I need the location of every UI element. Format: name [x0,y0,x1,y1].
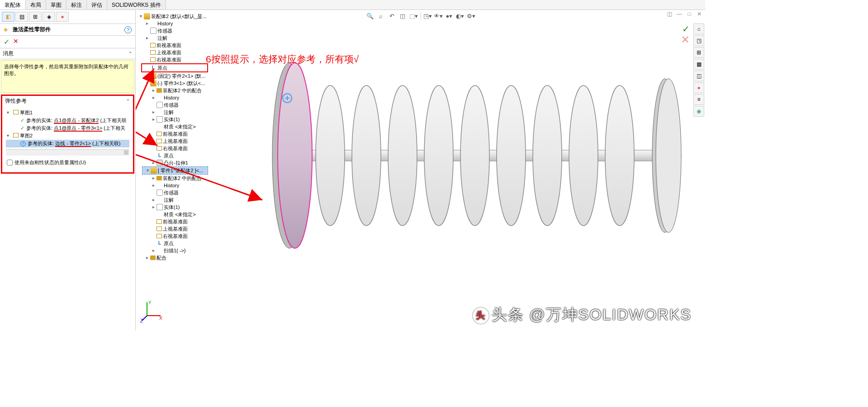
panel-tab-strip: ◧ ▤ ⊞ ◈ ● [0,10,135,24]
flex-icon: ◈ [4,26,11,33]
main-area: ◧ ▤ ⊞ ◈ ● ◈ 激活柔性零部件 ? ✓ ✕ 消息 ⌃ 选择每个弹性参考，… [0,10,705,331]
svg-text:X: X [159,316,162,321]
panel-tab-dim[interactable]: ◈ [43,12,55,22]
tab-addins[interactable]: SOLIDWORKS 插件 [107,0,166,9]
window-minimize-icon[interactable]: — [675,11,683,18]
appearance-icon[interactable]: ●▾ [444,11,454,21]
taskpane-palette-icon[interactable]: ◫ [693,71,704,81]
tab-layout[interactable]: 布局 [26,0,46,9]
msg-header-label: 消息 [3,50,14,57]
svg-point-3 [278,63,312,248]
panel-tab-config[interactable]: ⊞ [29,12,42,22]
cancel-button[interactable]: ✕ [13,38,19,46]
orientation-triad[interactable]: Y X Z [140,300,163,322]
section-icon[interactable]: ◫ [398,11,408,21]
taskpane-home-icon[interactable]: ⌂ [693,24,704,34]
panel-tab-feature[interactable]: ◧ [2,12,14,22]
taskpane-appearance-icon[interactable]: ● [693,82,704,93]
watermark-logo-icon [473,308,489,324]
svg-point-10 [460,85,489,226]
hide-show-icon[interactable]: 👁▾ [433,11,443,21]
horizontal-scrollbar[interactable] [6,149,129,156]
ref-header-label: 弹性参考 [5,97,27,105]
ref-section-header[interactable]: 弹性参考 ⌃ [2,96,133,106]
ok-cancel-row: ✓ ✕ [0,36,135,48]
ref-sketch2[interactable]: ▾草图2 [6,132,129,140]
view-settings-icon[interactable]: ⚙▾ [466,11,476,21]
target-icon: ◈ [47,14,51,20]
taskpane-property-icon[interactable]: ≡ [693,94,704,105]
watermark: 头条 @万坤SOLIDWORKS [473,304,692,325]
taskpane-resources-icon[interactable]: ◳ [693,35,704,46]
tab-assembly[interactable]: 装配体 [0,0,26,9]
sketch-icon [13,110,19,114]
display-style-icon[interactable]: ◳▾ [422,11,432,21]
window-controls: ◫ — □ ✕ [665,11,703,18]
list-icon: ▤ [19,14,24,20]
window-close-icon[interactable]: ✕ [695,11,703,18]
collapse-icon[interactable]: ⌃ [126,98,130,104]
msg-section-header[interactable]: 消息 ⌃ [0,48,135,59]
svg-text:Y: Y [148,300,152,305]
svg-point-7 [352,85,381,226]
tutorial-annotation: 6按照提示，选择对应参考，所有项√ [206,53,359,66]
svg-point-8 [388,85,417,226]
taskpane-explorer-icon[interactable]: ▦ [693,59,704,70]
zoom-area-icon[interactable]: ⌕ [376,11,386,21]
panel-tab-appearance[interactable]: ● [56,12,69,22]
ref-item-3[interactable]: ?参考的实体: 边线 - 零件2<1> (上下相关联) [6,140,129,147]
sketch-icon [13,133,19,137]
ref-tree: ▾草图1 ✓参考的实体: 点1@原点 - 装配体2 (上下相关联 ✓参考的实体:… [4,107,131,157]
cube-icon: ◧ [6,14,11,20]
taskpane-library-icon[interactable]: ⊞ [693,47,704,58]
collapse-icon[interactable]: ⌃ [128,51,133,57]
property-title: 激活柔性零部件 [13,26,51,33]
check-icon: ✓ [20,125,24,131]
tab-evaluate[interactable]: 评估 [87,0,107,9]
elastic-refs-section: 弹性参考 ⌃ ▾草图1 ✓参考的实体: 点1@原点 - 装配体2 (上下相关联 … [1,95,134,174]
mass-props-checkbox-row[interactable]: 使用来自刚性状态的质量属性(U) [4,157,131,168]
taskpane-forum-icon[interactable]: ◉ [693,106,704,117]
property-header: ◈ 激活柔性零部件 ? [0,24,135,36]
ref-item-2[interactable]: ✓参考的实体: 点1@原点 - 零件3<1> (上下相关 [6,124,129,132]
task-pane-tabs: ⌂ ◳ ⊞ ▦ ◫ ● ≡ ◉ [693,24,704,117]
svg-point-14 [605,85,634,226]
svg-point-12 [533,85,562,226]
svg-point-9 [424,85,453,226]
tab-sketch[interactable]: 草图 [46,0,66,9]
checkbox-label: 使用来自刚性状态的质量属性(U) [14,159,86,166]
svg-point-6 [316,85,345,226]
window-split-icon[interactable]: ◫ [665,11,674,18]
mass-props-checkbox[interactable] [7,160,13,166]
ref-item-1[interactable]: ✓参考的实体: 点1@原点 - 装配体2 (上下相关联 [6,117,129,124]
window-maximize-icon[interactable]: □ [685,11,693,18]
ref-sketch1[interactable]: ▾草图1 [6,109,129,117]
question-icon: ? [20,141,26,147]
svg-line-19 [136,132,157,146]
ball-icon: ● [61,14,64,20]
check-icon: ✓ [20,118,24,123]
scene-icon[interactable]: ◐▾ [455,11,465,21]
annotation-arrows [136,10,271,281]
tab-annotate[interactable]: 标注 [66,0,87,9]
expander-icon[interactable]: ▾ [7,133,9,138]
svg-point-11 [497,85,526,226]
panel-tab-property[interactable]: ▤ [15,12,28,22]
graphics-viewport[interactable]: ▾装配体2 (默认<默认_显... ▸History传感器▸注解前视基准面上视基… [136,10,705,331]
rebuild-ok-icon: ✓ [682,24,690,34]
svg-text:Z: Z [140,318,143,322]
expander-icon[interactable]: ▾ [7,110,9,115]
svg-line-20 [136,155,262,200]
zoom-fit-icon[interactable]: 🔍 [365,11,375,21]
svg-point-13 [569,85,598,226]
property-manager: ◧ ▤ ⊞ ◈ ● ◈ 激活柔性零部件 ? ✓ ✕ 消息 ⌃ 选择每个弹性参考，… [0,10,136,331]
prev-view-icon[interactable]: ↶ [387,11,397,21]
config-icon: ⊞ [33,14,38,20]
msg-box: 选择每个弹性参考，然后将其重新附加到装配体中的几何图形。 [1,60,134,93]
view-orient-icon[interactable]: ⬚▾ [408,11,418,21]
ok-button[interactable]: ✓ [4,38,9,46]
svg-point-5 [656,79,681,232]
help-icon[interactable]: ? [124,26,132,33]
heads-up-toolbar: 🔍 ⌕ ↶ ◫ ⬚▾ ◳▾ 👁▾ ●▾ ◐▾ ⚙▾ [365,11,476,21]
svg-line-18 [136,69,154,114]
